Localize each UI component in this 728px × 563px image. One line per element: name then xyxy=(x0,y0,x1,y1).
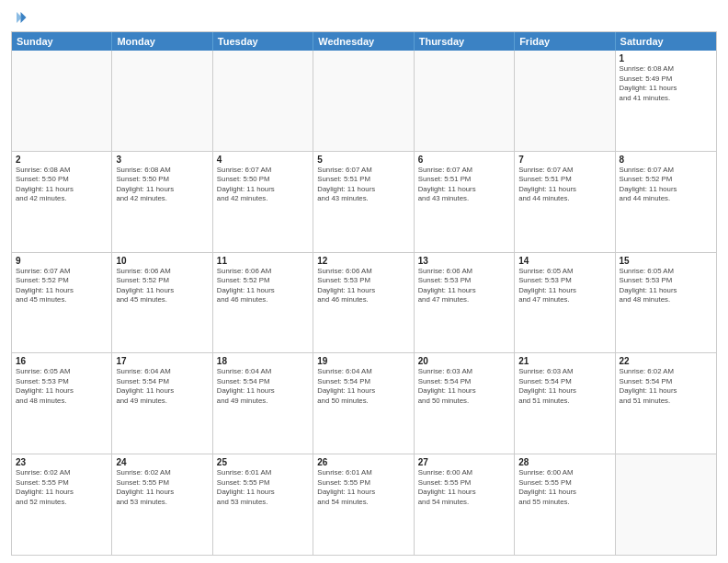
day-cell-19: 19Sunrise: 6:04 AM Sunset: 5:54 PM Dayli… xyxy=(313,353,414,454)
day-number: 23 xyxy=(16,457,108,467)
week-row-2: 2Sunrise: 6:08 AM Sunset: 5:50 PM Daylig… xyxy=(12,152,716,253)
day-number: 24 xyxy=(116,457,208,467)
day-number: 14 xyxy=(518,256,610,266)
day-number: 28 xyxy=(518,457,610,467)
day-info: Sunrise: 6:07 AM Sunset: 5:51 PM Dayligh… xyxy=(418,166,510,204)
day-header-sunday: Sunday xyxy=(12,32,112,51)
day-cell-27: 27Sunrise: 6:00 AM Sunset: 5:55 PM Dayli… xyxy=(415,454,515,555)
day-number: 27 xyxy=(418,457,510,467)
day-info: Sunrise: 6:02 AM Sunset: 5:55 PM Dayligh… xyxy=(16,468,108,507)
header xyxy=(11,9,717,26)
day-number: 22 xyxy=(620,356,712,366)
day-cell-12: 12Sunrise: 6:06 AM Sunset: 5:53 PM Dayli… xyxy=(313,253,414,353)
day-cell-empty xyxy=(415,51,515,151)
day-number: 5 xyxy=(317,155,409,165)
day-cell-16: 16Sunrise: 6:05 AM Sunset: 5:53 PM Dayli… xyxy=(12,353,112,454)
day-number: 9 xyxy=(16,256,108,266)
day-number: 10 xyxy=(116,256,208,266)
day-cell-10: 10Sunrise: 6:06 AM Sunset: 5:52 PM Dayli… xyxy=(112,253,212,353)
day-number: 16 xyxy=(16,356,108,366)
day-info: Sunrise: 6:07 AM Sunset: 5:51 PM Dayligh… xyxy=(317,166,409,204)
day-number: 17 xyxy=(116,356,208,366)
day-info: Sunrise: 6:06 AM Sunset: 5:52 PM Dayligh… xyxy=(116,267,208,305)
day-cell-20: 20Sunrise: 6:03 AM Sunset: 5:54 PM Dayli… xyxy=(415,353,515,454)
day-cell-7: 7Sunrise: 6:07 AM Sunset: 5:51 PM Daylig… xyxy=(515,152,615,252)
day-cell-13: 13Sunrise: 6:06 AM Sunset: 5:53 PM Dayli… xyxy=(415,253,515,353)
calendar: SundayMondayTuesdayWednesdayThursdayFrid… xyxy=(11,31,717,556)
day-cell-23: 23Sunrise: 6:02 AM Sunset: 5:55 PM Dayli… xyxy=(12,454,112,555)
day-header-tuesday: Tuesday xyxy=(213,32,313,51)
day-header-saturday: Saturday xyxy=(616,32,716,51)
day-cell-1: 1Sunrise: 6:08 AM Sunset: 5:49 PM Daylig… xyxy=(616,51,716,151)
day-number: 12 xyxy=(317,256,409,266)
day-info: Sunrise: 6:03 AM Sunset: 5:54 PM Dayligh… xyxy=(418,367,510,406)
day-cell-26: 26Sunrise: 6:01 AM Sunset: 5:55 PM Dayli… xyxy=(313,454,414,555)
day-cell-empty xyxy=(12,51,112,151)
day-info: Sunrise: 6:06 AM Sunset: 5:52 PM Dayligh… xyxy=(217,267,309,305)
day-info: Sunrise: 6:00 AM Sunset: 5:55 PM Dayligh… xyxy=(418,468,510,507)
day-cell-empty xyxy=(213,51,313,151)
day-number: 2 xyxy=(16,155,108,165)
day-number: 25 xyxy=(217,457,309,467)
day-cell-28: 28Sunrise: 6:00 AM Sunset: 5:55 PM Dayli… xyxy=(515,454,615,555)
day-cell-5: 5Sunrise: 6:07 AM Sunset: 5:51 PM Daylig… xyxy=(313,152,414,252)
day-cell-empty xyxy=(616,454,716,555)
day-number: 4 xyxy=(217,155,309,165)
day-cell-2: 2Sunrise: 6:08 AM Sunset: 5:50 PM Daylig… xyxy=(12,152,112,252)
day-cell-8: 8Sunrise: 6:07 AM Sunset: 5:52 PM Daylig… xyxy=(616,152,716,252)
calendar-body: 1Sunrise: 6:08 AM Sunset: 5:49 PM Daylig… xyxy=(12,51,716,555)
day-cell-3: 3Sunrise: 6:08 AM Sunset: 5:50 PM Daylig… xyxy=(112,152,212,252)
day-cell-empty xyxy=(515,51,615,151)
day-info: Sunrise: 6:08 AM Sunset: 5:50 PM Dayligh… xyxy=(116,166,208,204)
day-info: Sunrise: 6:04 AM Sunset: 5:54 PM Dayligh… xyxy=(217,367,309,406)
day-number: 13 xyxy=(418,256,510,266)
day-number: 6 xyxy=(418,155,510,165)
day-number: 8 xyxy=(620,155,712,165)
day-info: Sunrise: 6:01 AM Sunset: 5:55 PM Dayligh… xyxy=(217,468,309,507)
day-info: Sunrise: 6:01 AM Sunset: 5:55 PM Dayligh… xyxy=(317,468,409,507)
day-info: Sunrise: 6:07 AM Sunset: 5:50 PM Dayligh… xyxy=(217,166,309,204)
day-number: 26 xyxy=(317,457,409,467)
day-cell-22: 22Sunrise: 6:02 AM Sunset: 5:54 PM Dayli… xyxy=(616,353,716,454)
day-info: Sunrise: 6:07 AM Sunset: 5:51 PM Dayligh… xyxy=(518,166,610,204)
day-info: Sunrise: 6:03 AM Sunset: 5:54 PM Dayligh… xyxy=(518,367,610,406)
day-number: 21 xyxy=(518,356,610,366)
day-header-monday: Monday xyxy=(112,32,212,51)
day-info: Sunrise: 6:07 AM Sunset: 5:52 PM Dayligh… xyxy=(16,267,108,305)
day-number: 15 xyxy=(620,256,712,266)
week-row-1: 1Sunrise: 6:08 AM Sunset: 5:49 PM Daylig… xyxy=(12,51,716,152)
day-number: 20 xyxy=(418,356,510,366)
day-cell-21: 21Sunrise: 6:03 AM Sunset: 5:54 PM Dayli… xyxy=(515,353,615,454)
day-cell-18: 18Sunrise: 6:04 AM Sunset: 5:54 PM Dayli… xyxy=(213,353,313,454)
day-info: Sunrise: 6:04 AM Sunset: 5:54 PM Dayligh… xyxy=(116,367,208,406)
week-row-5: 23Sunrise: 6:02 AM Sunset: 5:55 PM Dayli… xyxy=(12,454,716,555)
week-row-4: 16Sunrise: 6:05 AM Sunset: 5:53 PM Dayli… xyxy=(12,353,716,454)
day-headers: SundayMondayTuesdayWednesdayThursdayFrid… xyxy=(12,32,716,51)
logo-icon xyxy=(11,9,28,26)
day-header-wednesday: Wednesday xyxy=(313,32,414,51)
day-info: Sunrise: 6:05 AM Sunset: 5:53 PM Dayligh… xyxy=(620,267,712,305)
day-cell-25: 25Sunrise: 6:01 AM Sunset: 5:55 PM Dayli… xyxy=(213,454,313,555)
day-info: Sunrise: 6:08 AM Sunset: 5:50 PM Dayligh… xyxy=(16,166,108,204)
day-info: Sunrise: 6:07 AM Sunset: 5:52 PM Dayligh… xyxy=(620,166,712,204)
day-info: Sunrise: 6:02 AM Sunset: 5:55 PM Dayligh… xyxy=(116,468,208,507)
day-info: Sunrise: 6:05 AM Sunset: 5:53 PM Dayligh… xyxy=(16,367,108,406)
day-info: Sunrise: 6:00 AM Sunset: 5:55 PM Dayligh… xyxy=(518,468,610,507)
logo xyxy=(11,9,29,26)
day-cell-14: 14Sunrise: 6:05 AM Sunset: 5:53 PM Dayli… xyxy=(515,253,615,353)
day-number: 3 xyxy=(116,155,208,165)
day-info: Sunrise: 6:06 AM Sunset: 5:53 PM Dayligh… xyxy=(418,267,510,305)
day-number: 19 xyxy=(317,356,409,366)
day-info: Sunrise: 6:02 AM Sunset: 5:54 PM Dayligh… xyxy=(620,367,712,406)
day-number: 18 xyxy=(217,356,309,366)
week-row-3: 9Sunrise: 6:07 AM Sunset: 5:52 PM Daylig… xyxy=(12,253,716,354)
day-cell-empty xyxy=(313,51,414,151)
day-number: 11 xyxy=(217,256,309,266)
day-info: Sunrise: 6:06 AM Sunset: 5:53 PM Dayligh… xyxy=(317,267,409,305)
day-cell-empty xyxy=(112,51,212,151)
day-cell-17: 17Sunrise: 6:04 AM Sunset: 5:54 PM Dayli… xyxy=(112,353,212,454)
day-number: 7 xyxy=(518,155,610,165)
day-header-thursday: Thursday xyxy=(415,32,515,51)
day-number: 1 xyxy=(620,53,712,63)
day-cell-24: 24Sunrise: 6:02 AM Sunset: 5:55 PM Dayli… xyxy=(112,454,212,555)
